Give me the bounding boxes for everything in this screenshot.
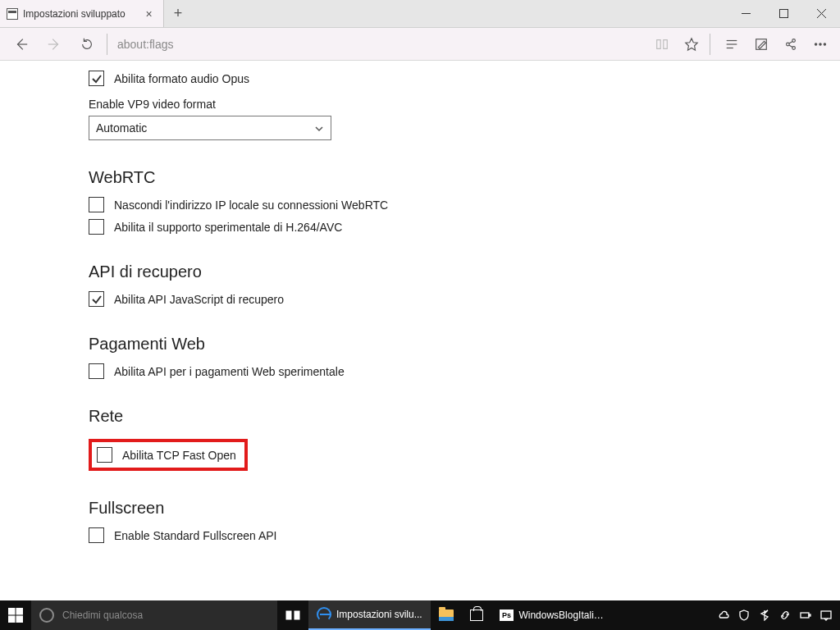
favorite-icon[interactable]: [677, 28, 706, 61]
tray-battery-icon[interactable]: [799, 609, 811, 622]
cortana-icon: [39, 608, 54, 623]
svg-point-16: [815, 43, 816, 44]
task-store[interactable]: [462, 600, 491, 630]
photoshop-icon: Ps: [500, 609, 514, 621]
window-maximize-button[interactable]: [765, 0, 802, 27]
option-label: Abilita TCP Fast Open: [122, 449, 236, 462]
edge-icon: [317, 607, 331, 622]
svg-line-14: [789, 41, 793, 43]
highlight-box: Abilita TCP Fast Open: [89, 439, 248, 471]
svg-marker-6: [686, 38, 697, 49]
cortana-search[interactable]: Chiedimi qualcosa: [31, 600, 277, 630]
share-icon[interactable]: [776, 28, 806, 61]
tray-link-icon[interactable]: [778, 609, 791, 622]
titlebar: Impostazioni sviluppato × +: [0, 0, 840, 28]
svg-rect-24: [294, 611, 299, 619]
task-label: WindowsBlogItalia...: [518, 609, 605, 621]
window-close-button[interactable]: [802, 0, 840, 27]
tray-bluetooth-icon[interactable]: [758, 609, 770, 622]
browser-tab[interactable]: Impostazioni sviluppato ×: [0, 0, 164, 27]
window-minimize-button[interactable]: [727, 0, 765, 27]
section-title-pagamenti: Pagamenti Web: [89, 335, 623, 354]
checkbox[interactable]: [89, 527, 104, 543]
task-photoshop[interactable]: Ps WindowsBlogItalia...: [491, 600, 614, 630]
option-opus[interactable]: Abilita formato audio Opus: [89, 71, 623, 86]
new-tab-button[interactable]: +: [164, 0, 192, 27]
cortana-placeholder: Chiedimi qualcosa: [62, 609, 143, 621]
section-title-webrtc: WebRTC: [89, 168, 623, 187]
tray-notifications-icon[interactable]: [819, 609, 832, 622]
svg-rect-20: [16, 608, 23, 614]
option-payments-api[interactable]: Abilita API per i pagamenti Web sperimen…: [89, 363, 623, 379]
task-view-button[interactable]: [277, 600, 308, 630]
checkbox[interactable]: [89, 71, 104, 86]
refresh-button[interactable]: [71, 28, 103, 61]
hub-icon[interactable]: [717, 28, 746, 61]
close-tab-icon[interactable]: ×: [143, 7, 155, 21]
forward-button[interactable]: [38, 28, 71, 61]
option-label: Abilita formato audio Opus: [114, 72, 249, 85]
svg-rect-1: [779, 10, 788, 18]
store-icon: [470, 609, 483, 621]
select-value: Automatic: [96, 121, 147, 135]
separator: [107, 34, 107, 55]
task-label: Impostazioni svilu...: [336, 609, 422, 620]
start-button[interactable]: [0, 600, 31, 630]
svg-point-18: [824, 43, 825, 44]
task-explorer[interactable]: [431, 600, 462, 630]
tray-defender-icon[interactable]: [737, 609, 750, 622]
option-webrtc-hide-ip[interactable]: Nascondi l'indirizzo IP locale su connes…: [89, 197, 623, 212]
field-label-vp9: Enable VP9 video format: [89, 98, 623, 111]
folder-icon: [439, 609, 454, 621]
system-tray: [709, 600, 840, 630]
option-fullscreen-api[interactable]: Enable Standard Fullscreen API: [89, 527, 623, 543]
tray-onedrive-icon[interactable]: [717, 609, 729, 622]
checkbox[interactable]: [97, 447, 112, 463]
checkbox[interactable]: [89, 197, 104, 212]
svg-rect-19: [8, 608, 15, 614]
section-title-fullscreen: Fullscreen: [89, 499, 623, 518]
navbar: about:flags: [0, 28, 840, 61]
taskbar: Chiedimi qualcosa Impostazioni svilu... …: [0, 600, 840, 630]
page-icon: [7, 8, 18, 20]
svg-rect-25: [801, 613, 809, 618]
option-label: Nascondi l'indirizzo IP locale su connes…: [114, 199, 388, 212]
select-vp9[interactable]: Automatic: [89, 116, 331, 140]
reading-view-icon[interactable]: [647, 28, 677, 61]
option-label: Abilita API JavaScript di recupero: [114, 293, 284, 306]
svg-rect-21: [8, 616, 15, 623]
svg-line-15: [789, 44, 793, 47]
option-fetch-api[interactable]: Abilita API JavaScript di recupero: [89, 291, 623, 307]
chevron-down-icon: [314, 123, 324, 133]
checkbox[interactable]: [89, 219, 104, 235]
page-viewport[interactable]: Abilita formato audio Opus Enable VP9 vi…: [0, 61, 840, 600]
svg-rect-22: [16, 616, 23, 623]
tab-title: Impostazioni sviluppato: [23, 8, 143, 20]
option-webrtc-h264[interactable]: Abilita il supporto sperimentale di H.26…: [89, 219, 623, 235]
svg-rect-26: [809, 614, 810, 616]
more-icon[interactable]: [806, 28, 835, 61]
svg-rect-27: [821, 611, 831, 619]
option-label: Abilita il supporto sperimentale di H.26…: [114, 221, 342, 234]
section-title-rete: Rete: [89, 407, 623, 426]
option-label: Abilita API per i pagamenti Web sperimen…: [114, 365, 345, 378]
back-button[interactable]: [5, 28, 38, 61]
task-edge[interactable]: Impostazioni svilu...: [308, 600, 431, 630]
checkbox[interactable]: [89, 363, 104, 379]
checkbox[interactable]: [89, 291, 104, 307]
option-label: Enable Standard Fullscreen API: [114, 529, 276, 542]
svg-point-17: [819, 43, 821, 44]
section-title-recupero: API di recupero: [89, 262, 623, 281]
separator: [710, 34, 710, 55]
address-bar[interactable]: about:flags: [114, 38, 647, 51]
option-tcp-fast-open[interactable]: Abilita TCP Fast Open: [95, 447, 236, 463]
webnote-icon[interactable]: [746, 28, 776, 61]
svg-rect-23: [286, 611, 291, 619]
